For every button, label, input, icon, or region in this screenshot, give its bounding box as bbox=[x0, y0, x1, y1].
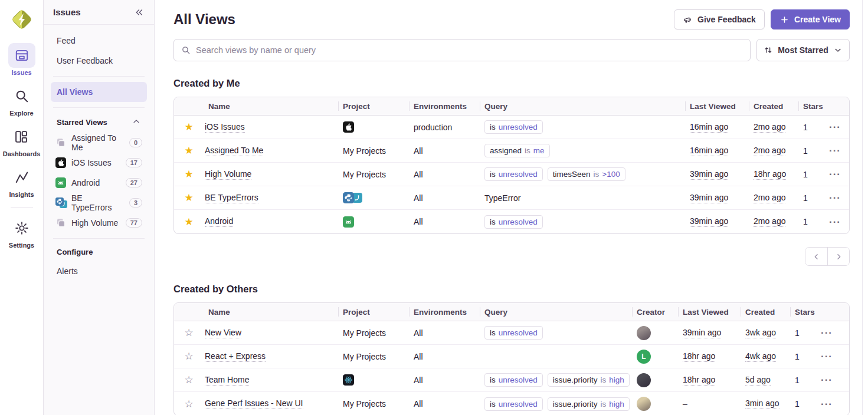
created-cell-value[interactable]: 2mo ago bbox=[754, 216, 785, 227]
primary-nav-rail: Issues Explore Dashboards Insights Setti… bbox=[0, 0, 44, 415]
name-cell: Android bbox=[204, 210, 338, 233]
view-name-link[interactable]: High Volume bbox=[205, 169, 251, 180]
environment-value: production bbox=[414, 123, 452, 132]
star-toggle-icon[interactable]: ☆ bbox=[184, 328, 193, 338]
query-token-op: is bbox=[594, 170, 600, 179]
last-viewed-cell-value[interactable]: 16min ago bbox=[690, 122, 728, 133]
star-toggle-icon[interactable]: ☆ bbox=[184, 351, 193, 361]
created-cell-value[interactable]: 2mo ago bbox=[754, 146, 785, 156]
more-actions-button[interactable]: ··· bbox=[829, 146, 841, 156]
view-name-link[interactable]: Assigned To Me bbox=[205, 146, 263, 156]
query-cell: TypeError bbox=[480, 186, 685, 209]
view-name-link[interactable]: React + Express bbox=[205, 351, 266, 362]
rail-label-settings: Settings bbox=[9, 242, 34, 249]
view-name-link[interactable]: Gene Perf Issues - New UI bbox=[205, 398, 303, 409]
view-name-link[interactable]: Android bbox=[205, 216, 233, 227]
stars-count: 1 bbox=[803, 193, 808, 203]
environments-cell: All bbox=[409, 368, 480, 391]
star-toggle-icon[interactable]: ★ bbox=[184, 122, 193, 132]
sidebar-item-assigned-to-me[interactable]: Assigned To Me 0 bbox=[51, 133, 147, 153]
rail-item-dashboards[interactable]: Dashboards bbox=[3, 124, 41, 157]
last-viewed-cell-value[interactable]: 39min ago bbox=[690, 216, 728, 227]
star-toggle-icon[interactable]: ★ bbox=[184, 193, 193, 203]
created-cell-value[interactable]: 2mo ago bbox=[754, 193, 785, 203]
previous-page-button[interactable] bbox=[805, 248, 827, 265]
query-cell: isunresolvedissue.priorityishigh bbox=[480, 392, 632, 415]
query-token-chip: isunresolved bbox=[484, 397, 543, 411]
more-actions-button[interactable]: ··· bbox=[829, 193, 841, 203]
star-toggle-icon[interactable]: ☆ bbox=[184, 399, 193, 409]
sidebar-item-alerts[interactable]: Alerts bbox=[51, 261, 147, 281]
more-actions-button[interactable]: ··· bbox=[829, 122, 841, 132]
star-toggle-icon[interactable]: ★ bbox=[184, 146, 193, 156]
created-cell-value[interactable]: 3wk ago bbox=[745, 328, 776, 338]
rail-item-explore[interactable]: Explore bbox=[8, 84, 35, 117]
page-header: All Views Give Feedback Create View bbox=[173, 9, 850, 29]
sort-dropdown[interactable]: Most Starred bbox=[756, 39, 850, 61]
apple-icon bbox=[55, 157, 66, 168]
created-cell-value[interactable]: 18hr ago bbox=[754, 169, 786, 180]
star-cell: ☆ bbox=[174, 321, 204, 344]
environment-value: All bbox=[414, 376, 423, 385]
last-viewed-cell-value[interactable]: 16min ago bbox=[690, 146, 728, 156]
last-viewed-cell-value[interactable]: 18hr ago bbox=[683, 351, 715, 362]
sidebar-item-android[interactable]: Android 27 bbox=[51, 173, 147, 193]
sidebar-item-high-volume[interactable]: High Volume 77 bbox=[51, 213, 147, 233]
table-row: ☆React + ExpressMy ProjectsAllL18hr ago4… bbox=[174, 345, 849, 368]
star-toggle-icon[interactable]: ★ bbox=[184, 217, 193, 227]
query-token-value: unresolved bbox=[499, 376, 538, 384]
stars-cell: 1 bbox=[790, 321, 816, 344]
last-viewed-cell-value[interactable]: 18hr ago bbox=[683, 375, 715, 386]
give-feedback-button[interactable]: Give Feedback bbox=[674, 9, 765, 29]
collapse-sidebar-icon[interactable] bbox=[133, 6, 145, 18]
starred-views-section-header[interactable]: Starred Views bbox=[51, 113, 147, 133]
creator-cell bbox=[632, 321, 678, 344]
more-actions-button[interactable]: ··· bbox=[829, 217, 841, 227]
starred-view-label: BE TypeErrors bbox=[71, 193, 124, 212]
more-actions-button[interactable]: ··· bbox=[821, 399, 833, 409]
starred-view-label: High Volume bbox=[71, 218, 118, 228]
created-cell-value[interactable]: 5d ago bbox=[745, 375, 771, 386]
created-cell-value[interactable]: 3min ago bbox=[745, 398, 779, 409]
sidebar-item-all-views[interactable]: All Views bbox=[51, 82, 147, 102]
query-token-value: unresolved bbox=[499, 123, 538, 131]
rail-item-issues[interactable]: Issues bbox=[8, 43, 35, 76]
more-actions-button[interactable]: ··· bbox=[821, 328, 833, 338]
created-cell: 2mo ago bbox=[749, 186, 798, 209]
view-name-link[interactable]: Team Home bbox=[205, 375, 249, 386]
more-actions-button[interactable]: ··· bbox=[821, 375, 833, 385]
sentry-logo[interactable] bbox=[10, 8, 34, 31]
environment-value: All bbox=[414, 170, 423, 179]
name-cell: iOS Issues bbox=[204, 116, 338, 139]
section-title-created-by-me: Created by Me bbox=[173, 78, 850, 89]
sidebar-item-feed[interactable]: Feed bbox=[51, 31, 147, 51]
last-viewed-cell-value[interactable]: 39min ago bbox=[690, 193, 728, 203]
created-cell: 2mo ago bbox=[749, 139, 798, 162]
view-name-link[interactable]: iOS Issues bbox=[205, 122, 245, 133]
next-page-button[interactable] bbox=[827, 248, 849, 265]
query-token-value: unresolved bbox=[499, 218, 538, 226]
create-view-button[interactable]: Create View bbox=[771, 9, 850, 29]
query-token-value: me bbox=[533, 146, 545, 155]
column-header-project: Project bbox=[338, 97, 409, 115]
last-viewed-cell-value[interactable]: 39min ago bbox=[683, 328, 721, 338]
rail-item-settings[interactable]: Settings bbox=[8, 216, 35, 249]
more-actions-button[interactable]: ··· bbox=[829, 169, 841, 179]
sidebar-item-ios-issues[interactable]: iOS Issues 17 bbox=[51, 153, 147, 173]
sidebar-item-user-feedback[interactable]: User Feedback bbox=[51, 51, 147, 71]
project-name: My Projects bbox=[343, 352, 386, 361]
query-token-op: is bbox=[525, 146, 530, 155]
view-name-link[interactable]: New View bbox=[205, 328, 241, 338]
more-actions-button[interactable]: ··· bbox=[821, 351, 833, 361]
megaphone-icon bbox=[683, 15, 693, 25]
created-cell-value[interactable]: 4wk ago bbox=[745, 351, 776, 362]
rail-item-insights[interactable]: Insights bbox=[8, 165, 35, 198]
view-name-link[interactable]: BE TypeErrors bbox=[205, 193, 258, 203]
creator-avatar: L bbox=[637, 350, 651, 364]
star-toggle-icon[interactable]: ☆ bbox=[184, 375, 193, 385]
created-cell-value[interactable]: 2mo ago bbox=[754, 122, 785, 133]
last-viewed-cell-value[interactable]: 39min ago bbox=[690, 169, 728, 180]
star-toggle-icon[interactable]: ★ bbox=[184, 169, 193, 179]
sidebar-item-be-typeerrors[interactable]: BE TypeErrors 3 bbox=[51, 193, 147, 213]
search-input[interactable] bbox=[196, 45, 743, 55]
